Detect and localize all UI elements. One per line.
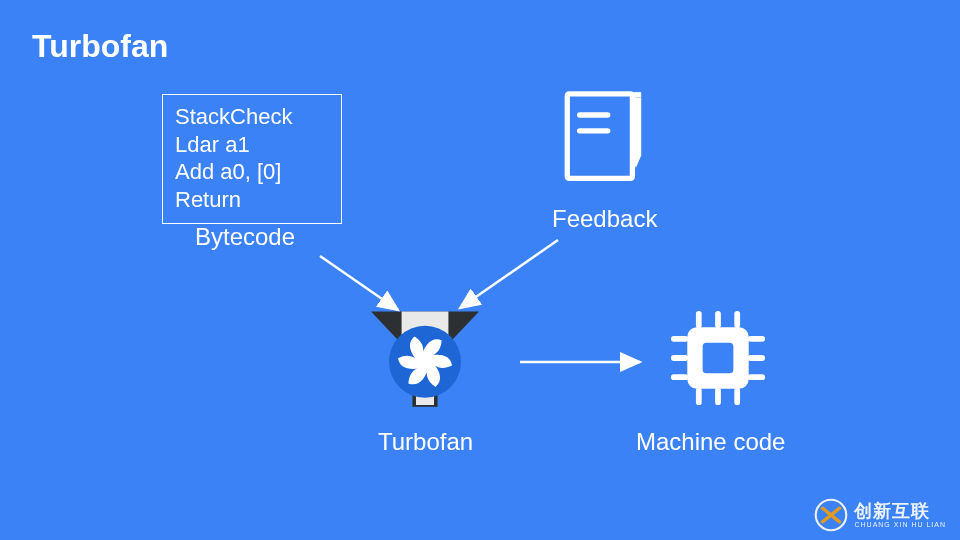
turbofan-icon bbox=[370, 306, 480, 414]
bytecode-box: StackCheck Ldar a1 Add a0, [0] Return bbox=[162, 94, 342, 224]
svg-rect-3 bbox=[631, 92, 642, 97]
diagram-arrows bbox=[0, 0, 960, 540]
bytecode-line: Add a0, [0] bbox=[175, 158, 329, 186]
bytecode-line: StackCheck bbox=[175, 103, 329, 131]
arrow-bytecode-to-turbofan bbox=[320, 256, 398, 310]
bytecode-label: Bytecode bbox=[195, 223, 295, 251]
feedback-icon bbox=[562, 88, 650, 186]
svg-rect-0 bbox=[567, 94, 632, 178]
svg-point-9 bbox=[419, 356, 432, 369]
watermark: 创新互联 CHUANG XIN HU LIAN bbox=[814, 498, 946, 532]
watermark-brand: 创新互联 bbox=[854, 501, 930, 521]
feedback-label: Feedback bbox=[552, 205, 657, 233]
watermark-sub: CHUANG XIN HU LIAN bbox=[854, 521, 946, 528]
page-title: Turbofan bbox=[32, 28, 168, 65]
watermark-text: 创新互联 CHUANG XIN HU LIAN bbox=[854, 502, 946, 528]
watermark-logo-icon bbox=[814, 498, 848, 532]
cpu-icon bbox=[670, 310, 766, 406]
arrow-feedback-to-turbofan bbox=[460, 240, 558, 308]
svg-rect-11 bbox=[703, 343, 734, 374]
bytecode-line: Ldar a1 bbox=[175, 131, 329, 159]
machine-code-label: Machine code bbox=[636, 428, 785, 456]
turbofan-label: Turbofan bbox=[378, 428, 473, 456]
bytecode-line: Return bbox=[175, 186, 329, 214]
